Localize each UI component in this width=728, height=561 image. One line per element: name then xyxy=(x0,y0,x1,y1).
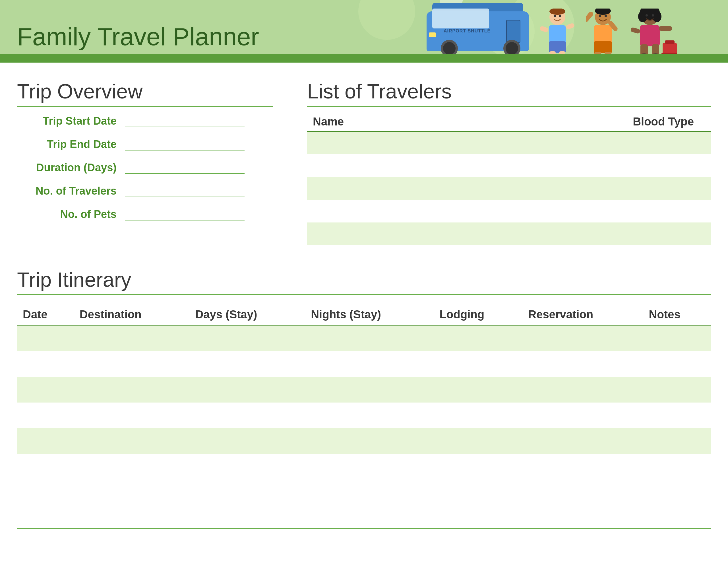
num-travelers-row: No. of Travelers xyxy=(17,182,273,197)
footer-line xyxy=(17,528,711,529)
header-section: AIRPORT SHUTTLE xyxy=(0,0,728,63)
trip-overview-form: Trip Start Date Trip End Date Duration (… xyxy=(17,112,273,220)
duration-input[interactable] xyxy=(125,159,245,174)
itinerary-table: Date Destination Days (Stay) Nights (Sta… xyxy=(17,304,711,454)
trip-end-date-input[interactable] xyxy=(125,136,245,150)
itin-row1-date xyxy=(17,326,74,351)
trip-start-date-input[interactable] xyxy=(125,112,245,127)
itin-row2-destination xyxy=(74,377,190,403)
table-row xyxy=(307,200,711,222)
trip-overview-section: Trip Overview Trip Start Date Trip End D… xyxy=(17,80,273,245)
svg-point-22 xyxy=(599,15,601,17)
svg-point-41 xyxy=(652,14,654,16)
itin-row2-lodging xyxy=(434,377,522,403)
itin-row3-days xyxy=(189,428,305,454)
svg-rect-38 xyxy=(631,27,641,34)
itinerary-heading: Trip Itinerary xyxy=(17,268,711,295)
table-row xyxy=(307,131,711,154)
traveler-row-2 xyxy=(307,177,711,200)
itin-row2-date xyxy=(17,377,74,403)
trip-end-date-label: Trip End Date xyxy=(17,138,125,150)
table-row xyxy=(17,377,711,403)
overview-travelers-section: Trip Overview Trip Start Date Trip End D… xyxy=(17,80,711,245)
bus-windshield-shine xyxy=(440,0,465,3)
num-travelers-label: No. of Travelers xyxy=(17,185,125,197)
itin-row3-notes xyxy=(643,428,711,454)
travelers-heading: List of Travelers xyxy=(307,80,711,107)
trip-start-date-label: Trip Start Date xyxy=(17,115,125,127)
svg-point-31 xyxy=(638,11,647,22)
duration-label: Duration (Days) xyxy=(17,161,125,174)
itin-row2-nights xyxy=(305,377,434,403)
table-row xyxy=(17,428,711,454)
table-row xyxy=(307,154,711,177)
svg-rect-39 xyxy=(659,26,672,31)
decorative-circle-3 xyxy=(358,0,415,40)
svg-point-11 xyxy=(559,15,561,17)
num-pets-input[interactable] xyxy=(125,206,245,220)
itinerary-section: Trip Itinerary Date Destination Days (St… xyxy=(17,268,711,454)
trip-end-date-row: Trip End Date xyxy=(17,136,273,150)
svg-point-10 xyxy=(554,15,556,17)
bus-label: AIRPORT SHUTTLE xyxy=(444,28,491,34)
itin-row3-date xyxy=(17,428,74,454)
itin-notes-header: Notes xyxy=(643,304,711,326)
itin-row1-destination xyxy=(74,326,190,351)
itin-lodging-header: Lodging xyxy=(434,304,522,326)
itin-nights-header: Nights (Stay) xyxy=(305,304,434,326)
num-travelers-input[interactable] xyxy=(125,182,245,197)
table-row xyxy=(307,222,711,245)
svg-point-40 xyxy=(646,14,648,16)
itin-row1-lodging xyxy=(434,326,522,351)
bus-headlight xyxy=(429,32,436,37)
itin-row3-destination xyxy=(74,428,190,454)
itin-reservation-header: Reservation xyxy=(522,304,643,326)
travelers-table: Name Blood Type xyxy=(307,112,711,245)
svg-point-32 xyxy=(652,11,661,22)
travelers-section: List of Travelers Name Blood Type xyxy=(307,80,711,245)
traveler-row-3 xyxy=(307,222,711,245)
table-row-gap xyxy=(17,403,711,428)
svg-rect-25 xyxy=(665,40,675,44)
main-content: Trip Overview Trip Start Date Trip End D… xyxy=(0,63,728,471)
bus-door xyxy=(506,20,520,43)
svg-rect-3 xyxy=(549,41,566,53)
itin-days-header: Days (Stay) xyxy=(189,304,305,326)
svg-rect-8 xyxy=(540,26,549,33)
itin-row1-reservation xyxy=(522,326,643,351)
itin-date-header: Date xyxy=(17,304,74,326)
itin-destination-header: Destination xyxy=(74,304,190,326)
itin-row3-nights xyxy=(305,428,434,454)
header-title: Family Travel Planner xyxy=(17,22,259,51)
itin-row3-lodging xyxy=(434,428,522,454)
table-row xyxy=(17,326,711,351)
header-ground xyxy=(0,54,728,63)
svg-rect-20 xyxy=(586,11,594,23)
table-row xyxy=(307,177,711,200)
trip-start-date-row: Trip Start Date xyxy=(17,112,273,127)
itin-row2-notes xyxy=(643,377,711,403)
table-row-gap xyxy=(17,351,711,377)
svg-rect-9 xyxy=(565,23,574,30)
travelers-name-header: Name xyxy=(307,112,443,131)
itin-row2-days xyxy=(189,377,305,403)
itin-row1-days xyxy=(189,326,305,351)
itin-row1-notes xyxy=(643,326,711,351)
traveler-row-1 xyxy=(307,131,711,154)
duration-row: Duration (Days) xyxy=(17,159,273,174)
itin-row2-reservation xyxy=(522,377,643,403)
itin-row1-nights xyxy=(305,326,434,351)
svg-point-23 xyxy=(605,15,607,17)
trip-overview-heading: Trip Overview xyxy=(17,80,273,107)
svg-rect-15 xyxy=(594,41,612,53)
itin-row3-reservation xyxy=(522,428,643,454)
travelers-bloodtype-header: Blood Type xyxy=(443,112,711,131)
svg-rect-33 xyxy=(640,25,660,46)
bus-illustration: AIRPORT SHUTTLE xyxy=(427,3,535,60)
num-pets-label: No. of Pets xyxy=(17,208,125,220)
bus-windshield xyxy=(432,9,489,28)
num-pets-row: No. of Pets xyxy=(17,206,273,220)
